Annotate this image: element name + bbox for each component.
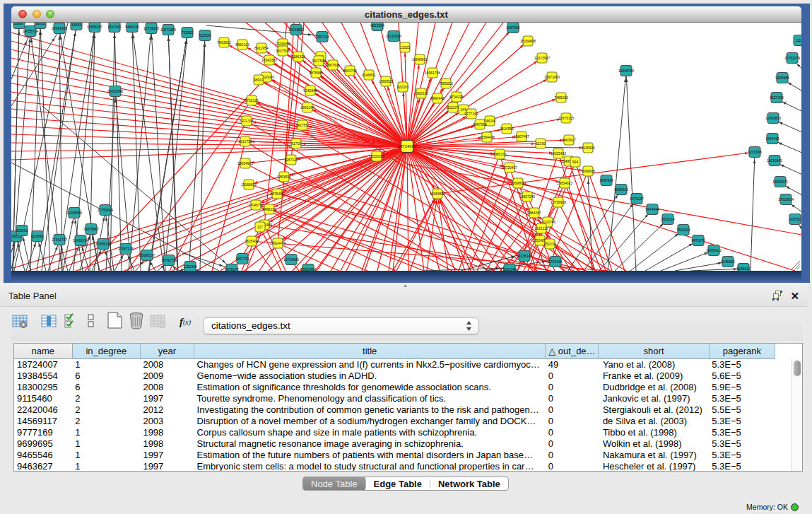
svg-text:12093823: 12093823 [765, 116, 781, 120]
svg-text:8471676: 8471676 [691, 238, 705, 243]
svg-text:12213967: 12213967 [534, 56, 550, 60]
svg-text:81700: 81700 [291, 141, 301, 146]
svg-text:8878352: 8878352 [270, 192, 284, 196]
svg-text:15720407: 15720407 [502, 165, 517, 170]
svg-text:1527602: 1527602 [107, 25, 122, 29]
svg-text:10654112: 10654112 [706, 248, 722, 252]
svg-text:6466160: 6466160 [125, 25, 139, 29]
svg-text:3498222: 3498222 [262, 207, 276, 211]
svg-text:19654923: 19654923 [557, 181, 572, 185]
svg-text:515526: 515526 [199, 33, 211, 37]
svg-text:10025433: 10025433 [551, 151, 566, 156]
svg-text:1292346: 1292346 [183, 264, 197, 269]
svg-text:165061: 165061 [16, 228, 28, 233]
svg-text:10958107: 10958107 [139, 253, 155, 257]
svg-text:751552: 751552 [182, 30, 194, 35]
svg-text:19654925: 19654925 [237, 161, 253, 165]
svg-text:18807249: 18807249 [519, 194, 535, 199]
svg-text:3875685: 3875685 [309, 71, 323, 75]
svg-text:17342737: 17342737 [52, 238, 67, 242]
svg-text:1733426: 1733426 [548, 259, 563, 264]
svg-text:12975115: 12975115 [558, 116, 574, 120]
svg-text:1615132: 1615132 [534, 226, 548, 230]
svg-text:1610755: 1610755 [238, 139, 252, 144]
svg-text:10756928: 10756928 [551, 200, 566, 204]
svg-text:8813054: 8813054 [370, 23, 384, 28]
svg-text:9777169: 9777169 [464, 112, 478, 116]
svg-text:7625402: 7625402 [245, 239, 259, 243]
svg-text:8454749: 8454749 [343, 69, 357, 73]
svg-text:9245652: 9245652 [721, 259, 735, 264]
svg-text:7632621: 7632621 [676, 228, 690, 232]
svg-text:18640910: 18640910 [412, 57, 428, 62]
svg-text:19218506: 19218506 [386, 34, 401, 38]
svg-text:12505135: 12505135 [95, 242, 111, 246]
svg-text:(x): (x) [183, 318, 192, 327]
svg-text:98901: 98901 [254, 78, 264, 82]
svg-text:2087682: 2087682 [506, 25, 520, 30]
svg-text:3624554: 3624554 [500, 127, 514, 131]
svg-text:16543382: 16543382 [261, 58, 277, 62]
svg-text:8938923: 8938923 [614, 187, 628, 192]
svg-text:116753: 116753 [789, 217, 801, 221]
svg-text:26053346: 26053346 [107, 89, 123, 93]
svg-text:15751074: 15751074 [784, 56, 800, 60]
svg-text:1621072: 1621072 [446, 105, 460, 110]
svg-text:6794028: 6794028 [449, 95, 464, 99]
svg-text:3267110: 3267110 [284, 158, 298, 162]
svg-text:16782759: 16782759 [161, 258, 177, 262]
svg-text:10973493: 10973493 [544, 75, 560, 79]
svg-text:10671385: 10671385 [160, 28, 176, 32]
svg-text:994: 994 [572, 160, 579, 164]
svg-text:7986372: 7986372 [493, 152, 507, 156]
svg-text:20897: 20897 [14, 23, 24, 25]
svg-text:20206586: 20206586 [66, 211, 82, 215]
svg-text:16961758: 16961758 [425, 71, 440, 75]
svg-text:62160: 62160 [536, 141, 546, 146]
svg-text:0699695: 0699695 [581, 169, 595, 173]
svg-text:14136141: 14136141 [517, 254, 532, 258]
svg-text:19166825: 19166825 [241, 182, 257, 187]
svg-text:7357224: 7357224 [315, 35, 329, 39]
svg-text:8427552: 8427552 [295, 123, 310, 127]
svg-text:16154808: 16154808 [520, 39, 536, 43]
svg-text:14055724: 14055724 [23, 29, 38, 33]
svg-text:16033809: 16033809 [288, 28, 304, 32]
svg-text:16053: 16053 [35, 23, 45, 25]
svg-text:822203: 822203 [397, 85, 409, 89]
svg-text:10653: 10653 [71, 23, 81, 27]
svg-text:9327506: 9327506 [276, 49, 290, 53]
svg-text:20691406: 20691406 [52, 26, 67, 30]
svg-text:7485063: 7485063 [554, 95, 568, 100]
svg-text:13325: 13325 [400, 45, 410, 49]
svg-text:6479197: 6479197 [630, 197, 644, 201]
svg-text:252234: 252234 [544, 242, 556, 246]
svg-text:1353594: 1353594 [277, 175, 291, 179]
svg-text:1588520: 1588520 [379, 79, 393, 83]
svg-text:3215958: 3215958 [748, 150, 762, 154]
svg-text:9329966: 9329966 [775, 76, 789, 80]
svg-text:15692971: 15692971 [772, 180, 788, 184]
svg-text:1244415: 1244415 [765, 136, 779, 141]
svg-text:9227343: 9227343 [770, 95, 784, 100]
svg-text:8990448: 8990448 [430, 96, 445, 100]
svg-text:8912954: 8912954 [254, 46, 269, 50]
svg-text:9463627: 9463627 [562, 138, 576, 142]
svg-text:1115682: 1115682 [31, 234, 45, 238]
svg-text:16210643: 16210643 [767, 158, 782, 163]
svg-text:9884067: 9884067 [527, 211, 541, 215]
svg-text:10655267: 10655267 [87, 25, 102, 29]
svg-text:10688609: 10688609 [510, 181, 526, 185]
svg-text:9242848: 9242848 [303, 88, 317, 93]
svg-text:16451194: 16451194 [73, 238, 88, 243]
svg-text:17016504: 17016504 [778, 197, 794, 201]
svg-text:1640954: 1640954 [599, 178, 613, 182]
svg-text:1362615: 1362615 [414, 91, 428, 95]
svg-text:19384554: 19384554 [430, 192, 445, 196]
svg-text:1112: 1112 [796, 38, 801, 42]
svg-text:9115400: 9115400 [581, 146, 594, 150]
svg-text:13226058: 13226058 [275, 42, 290, 46]
svg-text:9474444: 9474444 [645, 207, 659, 211]
svg-text:17046756: 17046756 [248, 203, 264, 207]
svg-text:9146821: 9146821 [362, 73, 376, 77]
